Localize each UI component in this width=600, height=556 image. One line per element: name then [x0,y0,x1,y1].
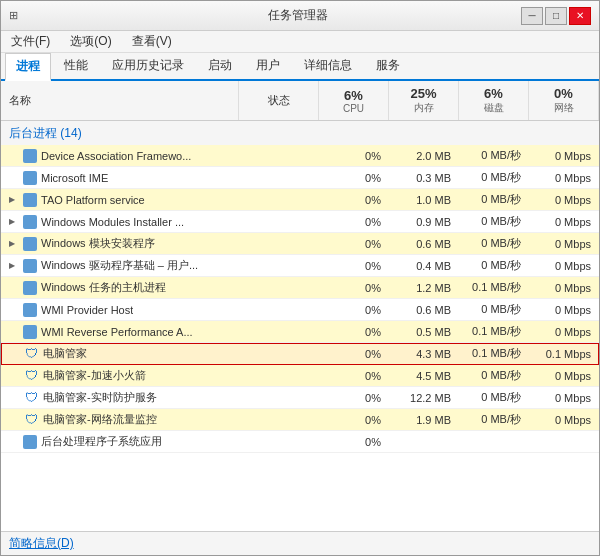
process-status-cell [239,299,319,320]
process-disk-cell: 0 MB/秒 [459,409,529,430]
process-memory-cell: 2.0 MB [389,145,459,166]
status-bar-link[interactable]: 简略信息(D) [9,535,74,552]
process-name-cell: ▶TAO Platform service [1,189,239,210]
process-network-cell: 0.1 Mbps [529,343,599,364]
process-name-cell: 🛡电脑管家-加速小火箭 [1,365,239,386]
table-row[interactable]: 🛡电脑管家-加速小火箭0%4.5 MB0 MB/秒0 Mbps [1,365,599,387]
expand-arrow-icon [7,327,17,337]
table-row[interactable]: 🛡电脑管家-实时防护服务0%12.2 MB0 MB/秒0 Mbps [1,387,599,409]
expand-arrow-icon [7,173,17,183]
process-cpu-cell: 0% [319,167,389,188]
table-row[interactable]: ▶Windows Modules Installer ...0%0.9 MB0 … [1,211,599,233]
process-cpu-cell: 0% [319,233,389,254]
task-manager-window: ⊞ 任务管理器 ─ □ ✕ 文件(F) 选项(O) 查看(V) 进程 性能 应用… [0,0,600,556]
process-status-cell [239,431,319,452]
table-row[interactable]: WMI Provider Host0%0.6 MB0 MB/秒0 Mbps [1,299,599,321]
window-controls: ─ □ ✕ [521,7,591,25]
process-network-cell: 0 Mbps [529,387,599,408]
process-name-cell: WMI Provider Host [1,299,239,320]
col-header-name[interactable]: 名称 [1,81,239,120]
process-network-cell: 0 Mbps [529,299,599,320]
col-header-network[interactable]: 0% 网络 [529,81,599,120]
process-network-cell: 0 Mbps [529,365,599,386]
process-name-cell: 🛡电脑管家-网络流量监控 [1,409,239,430]
process-memory-cell: 0.6 MB [389,233,459,254]
process-memory-cell: 0.6 MB [389,299,459,320]
app-icon [23,281,37,295]
process-table-body[interactable]: 后台进程 (14) Device Association Framewo...0… [1,121,599,531]
tab-app-history[interactable]: 应用历史记录 [101,52,195,79]
process-name-cell: ▶Windows Modules Installer ... [1,211,239,232]
tab-performance[interactable]: 性能 [53,52,99,79]
minimize-button[interactable]: ─ [521,7,543,25]
process-network-cell: 0 Mbps [529,409,599,430]
shield-icon: 🛡 [23,412,39,428]
process-name-cell: 后台处理程序子系统应用 [1,431,239,452]
process-name-cell: ▶Windows 模块安装程序 [1,233,239,254]
process-disk-cell: 0 MB/秒 [459,233,529,254]
process-memory-cell: 1.9 MB [389,409,459,430]
process-name-text: 后台处理程序子系统应用 [41,434,162,449]
tab-processes[interactable]: 进程 [5,53,51,81]
process-name-text: WMI Reverse Performance A... [41,326,193,338]
menu-file[interactable]: 文件(F) [5,31,56,52]
process-memory-cell: 0.3 MB [389,167,459,188]
process-memory-cell: 0.4 MB [389,255,459,276]
col-header-status[interactable]: 状态 [239,81,319,120]
main-content: 名称 状态 6% CPU 25% 内存 6% 磁盘 0% 网络 [1,81,599,531]
process-network-cell: 0 Mbps [529,189,599,210]
process-name-text: Windows 任务的主机进程 [41,280,166,295]
table-row[interactable]: 后台处理程序子系统应用0% [1,431,599,453]
process-cpu-cell: 0% [319,387,389,408]
table-row[interactable]: ▶Windows 驱动程序基础 – 用户...0%0.4 MB0 MB/秒0 M… [1,255,599,277]
app-icon [23,171,37,185]
expand-arrow-icon[interactable]: ▶ [7,195,17,205]
table-row[interactable]: 🛡电脑管家0%4.3 MB0.1 MB/秒0.1 Mbps [1,343,599,365]
table-row[interactable]: 🛡电脑管家-网络流量监控0%1.9 MB0 MB/秒0 Mbps [1,409,599,431]
section-title-background-processes: 后台进程 (14) [1,121,239,146]
process-cpu-cell: 0% [319,189,389,210]
table-row[interactable]: WMI Reverse Performance A...0%0.5 MB0.1 … [1,321,599,343]
process-cpu-cell: 0% [319,255,389,276]
close-button[interactable]: ✕ [569,7,591,25]
process-name-text: TAO Platform service [41,194,145,206]
expand-arrow-icon[interactable]: ▶ [7,239,17,249]
menu-options[interactable]: 选项(O) [64,31,117,52]
process-status-cell [239,343,319,364]
process-disk-cell: 0.1 MB/秒 [459,277,529,298]
process-status-cell [239,277,319,298]
expand-arrow-icon [7,437,17,447]
expand-arrow-icon[interactable]: ▶ [7,217,17,227]
table-row[interactable]: ▶TAO Platform service0%1.0 MB0 MB/秒0 Mbp… [1,189,599,211]
app-icon [23,215,37,229]
menu-view[interactable]: 查看(V) [126,31,178,52]
expand-arrow-icon[interactable]: ▶ [7,261,17,271]
menu-bar: 文件(F) 选项(O) 查看(V) [1,31,599,53]
col-header-cpu[interactable]: 6% CPU [319,81,389,120]
process-network-cell: 0 Mbps [529,145,599,166]
tab-services[interactable]: 服务 [365,52,411,79]
process-name-text: Windows 模块安装程序 [41,236,155,251]
table-row[interactable]: Windows 任务的主机进程0%1.2 MB0.1 MB/秒0 Mbps [1,277,599,299]
table-row[interactable]: Device Association Framewo...0%2.0 MB0 M… [1,145,599,167]
process-disk-cell: 0 MB/秒 [459,211,529,232]
col-header-disk[interactable]: 6% 磁盘 [459,81,529,120]
process-name-cell: Windows 任务的主机进程 [1,277,239,298]
expand-arrow-icon [7,393,17,403]
process-name-cell: 🛡电脑管家 [1,343,239,364]
maximize-button[interactable]: □ [545,7,567,25]
section-header-background: 后台进程 (14) [1,121,599,145]
tab-details[interactable]: 详细信息 [293,52,363,79]
process-disk-cell: 0 MB/秒 [459,299,529,320]
process-memory-cell: 1.0 MB [389,189,459,210]
tab-startup[interactable]: 启动 [197,52,243,79]
table-row[interactable]: Microsoft IME0%0.3 MB0 MB/秒0 Mbps [1,167,599,189]
expand-arrow-icon [7,151,17,161]
col-header-memory[interactable]: 25% 内存 [389,81,459,120]
process-status-cell [239,233,319,254]
table-row[interactable]: ▶Windows 模块安装程序0%0.6 MB0 MB/秒0 Mbps [1,233,599,255]
tab-users[interactable]: 用户 [245,52,291,79]
expand-arrow-icon [7,415,17,425]
process-name-cell: Microsoft IME [1,167,239,188]
process-memory-cell: 1.2 MB [389,277,459,298]
